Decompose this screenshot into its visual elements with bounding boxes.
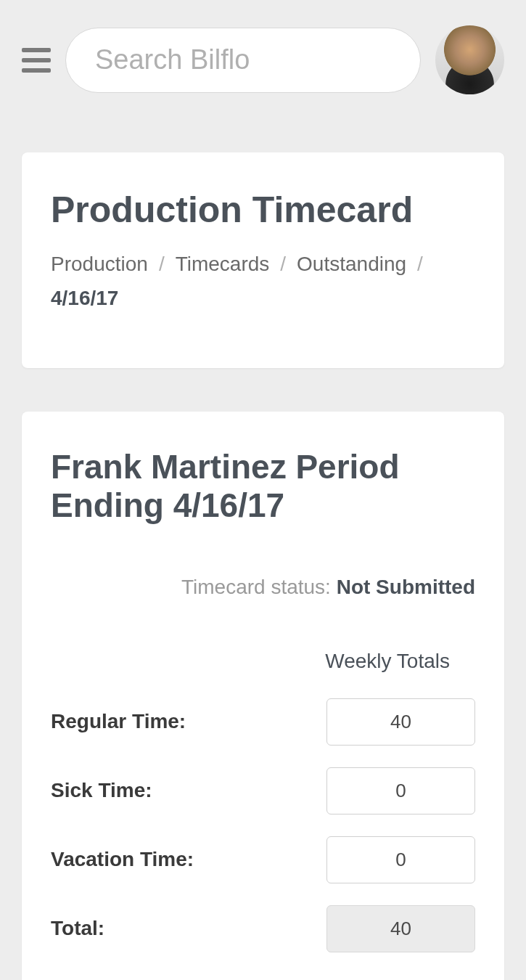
breadcrumb-separator: / — [417, 253, 423, 276]
row-regular: Regular Time: — [51, 698, 475, 746]
search-container — [65, 28, 421, 93]
menu-icon[interactable] — [22, 44, 51, 76]
row-vacation: Vacation Time: — [51, 836, 475, 883]
timecard-title: Frank Martinez Period Ending 4/16/17 — [51, 448, 475, 525]
status-value: Not Submitted — [337, 576, 475, 598]
sick-time-input[interactable] — [326, 767, 475, 814]
regular-time-label: Regular Time: — [51, 710, 186, 733]
total-label: Total: — [51, 917, 104, 940]
breadcrumb-separator: / — [159, 253, 165, 276]
total-input — [326, 905, 475, 952]
breadcrumb-timecards[interactable]: Timecards — [176, 253, 270, 276]
breadcrumb: Production / Timecards / Outstanding / 4… — [51, 253, 475, 310]
vacation-time-label: Vacation Time: — [51, 848, 194, 871]
sick-time-label: Sick Time: — [51, 779, 152, 802]
breadcrumb-outstanding[interactable]: Outstanding — [297, 253, 406, 276]
regular-time-input[interactable] — [326, 698, 475, 746]
page-title: Production Timecard — [51, 189, 475, 231]
breadcrumb-separator: / — [280, 253, 286, 276]
breadcrumb-current: 4/16/17 — [51, 287, 118, 310]
row-total: Total: — [51, 905, 475, 952]
breadcrumb-production[interactable]: Production — [51, 253, 148, 276]
status-label: Timecard status: — [181, 576, 337, 598]
avatar[interactable] — [435, 25, 504, 94]
status-line: Timecard status: Not Submitted — [51, 576, 475, 599]
app-header — [0, 0, 526, 116]
timecard-card: Frank Martinez Period Ending 4/16/17 Tim… — [22, 412, 504, 980]
search-input[interactable] — [65, 28, 421, 93]
vacation-time-input[interactable] — [326, 836, 475, 883]
title-card: Production Timecard Production / Timecar… — [22, 152, 504, 368]
row-sick: Sick Time: — [51, 767, 475, 814]
totals-header: Weekly Totals — [51, 650, 475, 673]
